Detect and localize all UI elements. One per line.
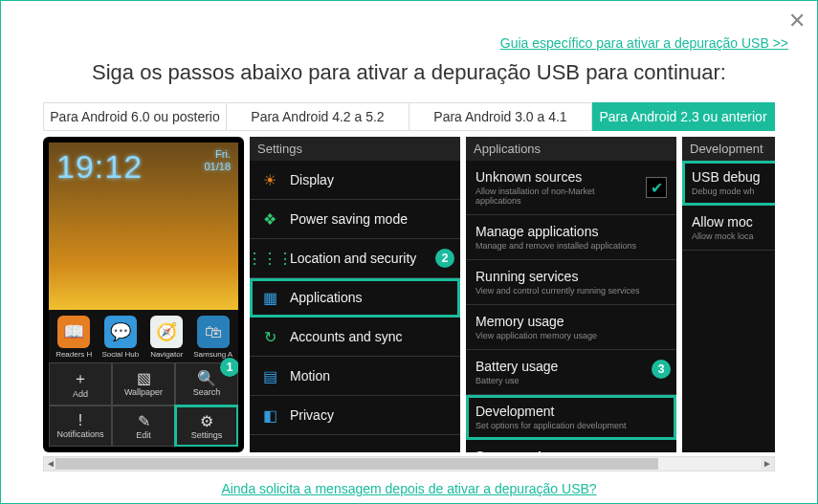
applications-panel: Applications Unknown sourcesAllow instal…	[466, 137, 676, 452]
applications-item-2: Running servicesView and control current…	[466, 260, 676, 305]
development-item-1: Allow mocAllow mock loca	[682, 206, 775, 251]
applications-item-1: Manage applicationsManage and remove ins…	[466, 215, 676, 260]
tab-android-30[interactable]: Para Android 3.0 a 4.1	[409, 102, 592, 131]
settings-item-3: ▦Applications	[250, 278, 460, 318]
scrollbar-thumb[interactable]	[55, 458, 658, 470]
settings-icon: ▤	[259, 365, 280, 386]
settings-item-5: ▤Motion	[250, 357, 460, 396]
app-item-sub: Set options for application development	[475, 421, 667, 430]
settings-label: Display	[290, 172, 451, 187]
content-scroll[interactable]: 19:12 Fri.01/18 📖Readers H 💬Social Hub 🧭…	[43, 131, 775, 452]
app-item-sub: Battery use	[475, 376, 667, 385]
applications-title: Applications	[466, 137, 676, 161]
menu-settings: ⚙Settings	[175, 405, 238, 447]
phone-step-1: 19:12 Fri.01/18 📖Readers H 💬Social Hub 🧭…	[43, 137, 244, 452]
horizontal-scrollbar[interactable]: ◄ ►	[43, 456, 775, 471]
menu-wallpaper: ▧Wallpaper	[112, 362, 175, 405]
app-item-label: Manage applications	[475, 224, 667, 239]
applications-item-5: DevelopmentSet options for application d…	[466, 395, 676, 440]
app-item-label: Memory usage	[475, 314, 667, 329]
app-item-sub: Allow installation of non-Market applica…	[475, 186, 636, 206]
settings-label: Motion	[290, 368, 451, 383]
close-icon[interactable]: ✕	[788, 9, 806, 33]
clock: 19:12	[56, 148, 143, 186]
menu-search: 🔍Search1	[175, 362, 238, 405]
settings-item-4: ↻Accounts and sync	[250, 318, 460, 357]
development-panel: Development USB debugDebug mode whAllow …	[682, 137, 775, 452]
settings-icon: ⋮⋮⋮	[259, 248, 280, 269]
checkbox-icon: ✔	[646, 177, 667, 198]
app-item-label: Running services	[475, 269, 667, 284]
applications-item-4: Battery usageBattery use3	[466, 350, 676, 395]
settings-item-2: ⋮⋮⋮Location and security2	[250, 239, 460, 278]
app-item-label: Unknown sources	[475, 169, 636, 185]
settings-icon: ☀	[259, 169, 280, 190]
settings-label: Accounts and sync	[290, 329, 451, 344]
app-navigator: 🧭Navigator	[145, 316, 188, 359]
tab-android-23[interactable]: Para Android 2.3 ou anterior	[592, 102, 775, 131]
page-title: Siga os passos abaixo para ativar a depu…	[1, 60, 817, 85]
guide-link[interactable]: Guia específico para ativar a depuração …	[500, 35, 788, 51]
tab-android-6[interactable]: Para Android 6.0 ou posterio	[43, 102, 227, 131]
tab-android-42[interactable]: Para Android 4.2 a 5.2	[227, 102, 409, 131]
applications-item-3: Memory usageView application memory usag…	[466, 305, 676, 350]
app-item-sub: View application memory usage	[475, 331, 667, 340]
settings-label: Power saving mode	[290, 211, 451, 227]
settings-icon: ◧	[259, 405, 280, 426]
settings-title: Settings	[250, 137, 460, 161]
settings-label: Applications	[290, 290, 451, 305]
settings-item-1: ❖Power saving mode	[250, 200, 460, 239]
date: Fri.01/18	[204, 148, 231, 173]
footer-link[interactable]: Ainda solicita a mensagem depois de ativ…	[1, 481, 817, 496]
dev-item-sub: Allow mock loca	[692, 231, 775, 241]
menu-add: ＋Add	[49, 362, 112, 405]
settings-label: Location and security	[290, 251, 451, 266]
tabs: Para Android 6.0 ou posterio Para Androi…	[43, 102, 775, 131]
development-item-0: USB debugDebug mode wh	[682, 161, 775, 206]
dev-item-label: USB debug	[692, 169, 775, 185]
app-item-label: Development	[475, 404, 667, 419]
dev-item-sub: Debug mode wh	[692, 186, 775, 196]
settings-item-0: ☀Display	[250, 161, 460, 200]
settings-item-6: ◧Privacy	[250, 396, 460, 435]
settings-icon: ❖	[259, 208, 280, 230]
scroll-right-icon[interactable]: ►	[761, 457, 774, 471]
app-item-sub: Manage and remove installed applications	[475, 241, 667, 251]
step-panels: 19:12 Fri.01/18 📖Readers H 💬Social Hub 🧭…	[43, 131, 775, 452]
menu-edit: ✎Edit	[112, 405, 175, 447]
settings-icon: ▦	[259, 287, 280, 308]
development-title: Development	[682, 137, 775, 161]
settings-panel: Settings ☀Display❖Power saving mode⋮⋮⋮Lo…	[250, 137, 460, 452]
app-item-label: Samsung Apps	[475, 449, 667, 452]
app-item-label: Battery usage	[475, 359, 667, 374]
app-item-sub: View and control currently running servi…	[475, 286, 667, 296]
app-samsung: 🛍Samsung A	[192, 316, 234, 359]
settings-label: Privacy	[290, 407, 451, 423]
menu-notifications: !Notifications	[49, 405, 112, 447]
step-badge-3: 3	[652, 360, 671, 379]
app-readers: 📖Readers H	[53, 316, 95, 359]
step-badge-1: 1	[220, 358, 238, 377]
step-badge-2: 2	[435, 249, 454, 268]
app-social: 💬Social Hub	[99, 316, 142, 359]
settings-icon: ↻	[259, 326, 280, 347]
dev-item-label: Allow moc	[692, 214, 775, 230]
applications-item-6: Samsung AppsSet notification for new app…	[466, 440, 676, 452]
applications-item-0: Unknown sourcesAllow installation of non…	[466, 161, 676, 215]
